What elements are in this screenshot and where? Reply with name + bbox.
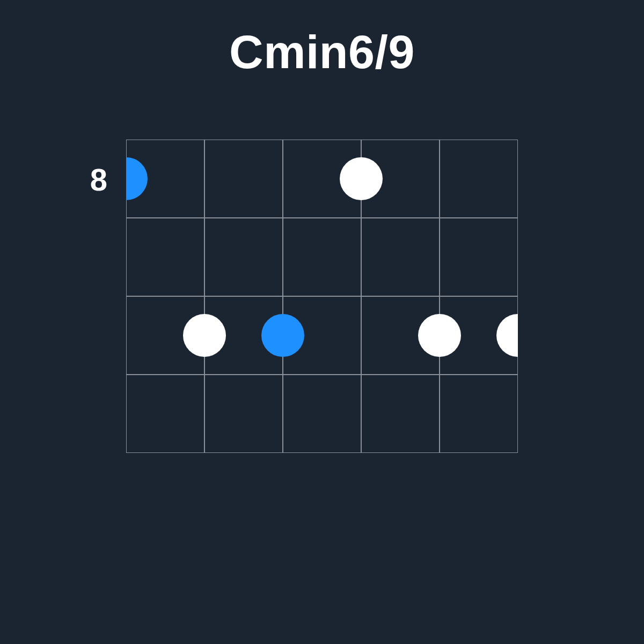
chord-title: Cmin6/9 <box>0 25 644 79</box>
starting-fret-label: 8 <box>64 162 107 197</box>
root-note-dot <box>261 314 304 357</box>
root-note-dot <box>126 157 148 200</box>
note-dot <box>340 157 383 200</box>
fretboard-svg <box>126 140 518 453</box>
note-dot <box>418 314 461 357</box>
note-dot <box>183 314 226 357</box>
chord-diagram: 8 <box>126 140 518 564</box>
note-dot <box>496 314 518 357</box>
